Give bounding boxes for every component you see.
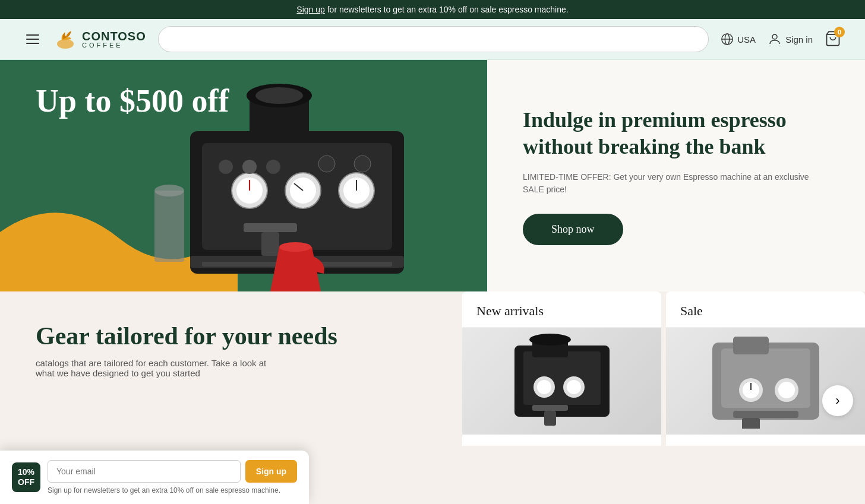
user-icon bbox=[768, 32, 782, 46]
cart-badge: 0 bbox=[834, 27, 845, 37]
sale-label: Sale bbox=[666, 291, 865, 328]
sale-image bbox=[666, 328, 865, 435]
svg-point-22 bbox=[266, 160, 280, 174]
logo-text: CONTOSO COFFEE bbox=[82, 30, 146, 49]
svg-rect-30 bbox=[154, 191, 184, 262]
svg-rect-40 bbox=[532, 405, 568, 411]
globe-icon bbox=[721, 33, 734, 46]
svg-point-31 bbox=[154, 185, 184, 196]
svg-rect-44 bbox=[733, 337, 769, 354]
hero-discount-text: Up to $500 off bbox=[36, 84, 229, 119]
svg-point-24 bbox=[354, 156, 371, 172]
svg-point-4 bbox=[772, 34, 777, 39]
svg-point-0 bbox=[57, 39, 74, 49]
svg-rect-43 bbox=[721, 348, 810, 408]
hero-heading: Indulge in premium espresso without brea… bbox=[523, 107, 829, 160]
gear-text: catalogs that are tailored for each cust… bbox=[36, 358, 285, 378]
region-label: USA bbox=[737, 34, 756, 45]
shop-now-button[interactable]: Shop now bbox=[523, 214, 623, 245]
gear-heading: Gear tailored for your needs bbox=[36, 321, 427, 351]
header: CONTOSO COFFEE USA Sign in bbox=[0, 19, 865, 60]
region-button[interactable]: USA bbox=[721, 33, 756, 46]
svg-point-20 bbox=[219, 160, 233, 174]
banner-text: for newsletters to get an extra 10% off … bbox=[325, 5, 569, 14]
svg-rect-26 bbox=[261, 232, 279, 256]
hero-offer-text: LIMITED-TIME OFFER: Get your very own Es… bbox=[523, 171, 829, 196]
svg-rect-41 bbox=[544, 411, 556, 426]
svg-point-10 bbox=[255, 87, 303, 104]
bottom-section: Gear tailored for your needs catalogs th… bbox=[0, 291, 865, 446]
hero-image-side: Up to $500 off bbox=[0, 60, 487, 291]
hero-right: Indulge in premium espresso without brea… bbox=[487, 60, 865, 291]
chevron-right-icon: › bbox=[835, 393, 839, 408]
svg-rect-33 bbox=[523, 351, 601, 405]
svg-rect-51 bbox=[742, 418, 760, 429]
gear-section: Gear tailored for your needs catalogs th… bbox=[0, 291, 462, 446]
hamburger-button[interactable] bbox=[24, 32, 42, 46]
hero-section: Up to $500 off bbox=[0, 60, 865, 291]
signin-button[interactable]: Sign in bbox=[768, 32, 813, 46]
header-right: USA Sign in 0 bbox=[721, 30, 841, 49]
brand-sub: COFFEE bbox=[82, 42, 146, 49]
hamburger-line bbox=[26, 39, 39, 40]
hamburger-line bbox=[26, 43, 39, 44]
search-input[interactable] bbox=[158, 26, 709, 52]
svg-point-49 bbox=[778, 382, 795, 398]
svg-point-39 bbox=[567, 380, 581, 394]
logo-icon bbox=[53, 27, 77, 51]
signin-label: Sign in bbox=[785, 34, 813, 45]
svg-point-29 bbox=[279, 242, 311, 252]
banner-signup-link[interactable]: Sign up bbox=[296, 5, 324, 14]
brand-name: CONTOSO bbox=[82, 30, 146, 42]
new-arrivals-image bbox=[462, 328, 661, 435]
top-banner: Sign up for newsletters to get an extra … bbox=[0, 0, 865, 19]
svg-rect-50 bbox=[733, 411, 798, 418]
new-arrivals-label: New arrivals bbox=[462, 291, 661, 328]
svg-rect-25 bbox=[244, 223, 297, 232]
svg-point-37 bbox=[537, 380, 551, 394]
logo-link[interactable]: CONTOSO COFFEE bbox=[53, 27, 146, 51]
cart-button[interactable]: 0 bbox=[825, 30, 841, 49]
hamburger-line bbox=[26, 34, 39, 36]
sale-machine-icon bbox=[683, 334, 849, 429]
new-arrivals-machine-icon bbox=[479, 334, 645, 429]
sale-card[interactable]: Sale › bbox=[666, 291, 865, 446]
svg-point-21 bbox=[242, 160, 257, 174]
new-arrivals-card[interactable]: New arrivals bbox=[462, 291, 661, 446]
svg-point-23 bbox=[318, 156, 335, 172]
next-button[interactable]: › bbox=[822, 385, 853, 416]
svg-point-35 bbox=[529, 334, 571, 345]
